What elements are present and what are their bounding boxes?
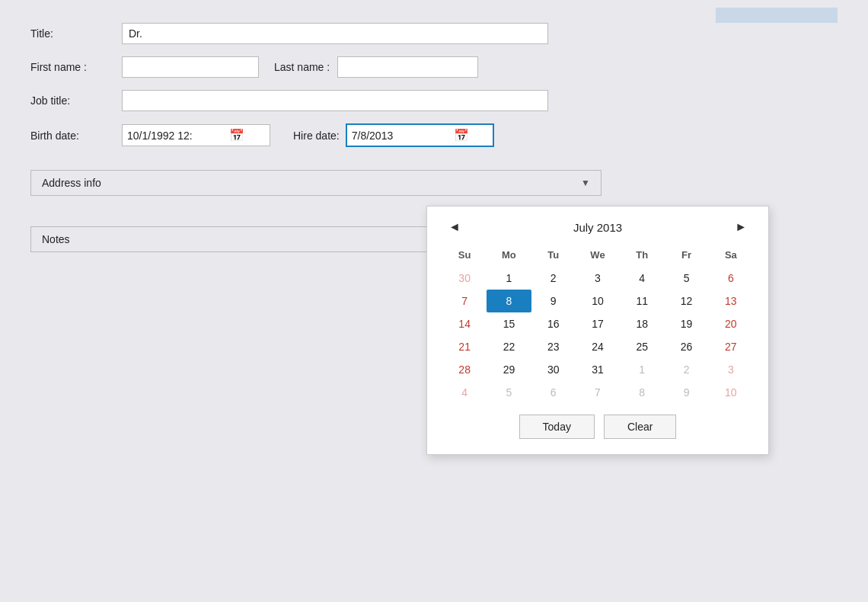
lastname-label: Last name : — [274, 61, 330, 73]
calendar-day[interactable]: 8 — [620, 381, 664, 404]
firstname-label: First name : — [30, 61, 122, 73]
calendar-week-row: 30123456 — [442, 267, 753, 290]
calendar-week-row: 28293031123 — [442, 358, 753, 381]
calendar-day[interactable]: 4 — [442, 381, 487, 404]
title-row: Title: — [30, 23, 838, 44]
calendar-week-row: 78910111213 — [442, 290, 753, 312]
calendar-day[interactable]: 15 — [487, 312, 531, 335]
birthdate-field[interactable]: 📅 — [122, 124, 270, 146]
calendar-day[interactable]: 7 — [442, 290, 487, 312]
day-header-th: Th — [620, 246, 664, 267]
hiredate-calendar-icon[interactable]: 📅 — [454, 128, 469, 142]
calendar-day[interactable]: 31 — [576, 358, 620, 381]
calendar-day[interactable]: 21 — [442, 335, 487, 358]
jobtitle-input[interactable] — [122, 90, 548, 111]
calendar-day[interactable]: 2 — [531, 267, 576, 290]
calendar-day[interactable]: 20 — [709, 312, 753, 335]
name-row: First name : Last name : — [30, 56, 838, 78]
lastname-input[interactable] — [337, 56, 478, 78]
form-area: Title: First name : Last name : Job titl… — [30, 23, 838, 147]
jobtitle-row: Job title: — [30, 90, 838, 111]
notes-section-label: Notes — [42, 233, 70, 245]
calendar-day[interactable]: 26 — [664, 335, 708, 358]
calendar-header: ◄ July 2013 ► — [442, 219, 753, 235]
calendar-day[interactable]: 5 — [664, 267, 708, 290]
hiredate-input[interactable] — [352, 130, 451, 142]
calendar-day[interactable]: 30 — [442, 267, 487, 290]
day-header-su: Su — [442, 246, 487, 267]
calendar-day[interactable]: 17 — [576, 312, 620, 335]
day-header-fr: Fr — [664, 246, 708, 267]
day-header-tu: Tu — [531, 246, 576, 267]
calendar-day[interactable]: 14 — [442, 312, 487, 335]
calendar-week-row: 21222324252627 — [442, 335, 753, 358]
calendar-day[interactable]: 22 — [487, 335, 531, 358]
calendar-day[interactable]: 16 — [531, 312, 576, 335]
calendar-week-row: 14151617181920 — [442, 312, 753, 335]
calendar-day[interactable]: 9 — [664, 381, 708, 404]
calendar-day[interactable]: 27 — [709, 335, 753, 358]
birthdate-label: Birth date: — [30, 130, 122, 142]
calendar-day[interactable]: 10 — [709, 381, 753, 404]
address-chevron-icon: ▼ — [581, 178, 590, 188]
calendar-day[interactable]: 13 — [709, 290, 753, 312]
hiredate-section: Hire date: 📅 — [293, 123, 494, 147]
calendar-day[interactable]: 1 — [487, 267, 531, 290]
calendar-day[interactable]: 3 — [576, 267, 620, 290]
calendar-popup: ◄ July 2013 ► Su Mo Tu We Th Fr Sa 30123… — [426, 206, 769, 455]
calendar-day[interactable]: 29 — [487, 358, 531, 381]
main-container: Title: First name : Last name : Job titl… — [0, 0, 868, 602]
calendar-day[interactable]: 1 — [620, 358, 664, 381]
calendar-day[interactable]: 12 — [664, 290, 708, 312]
month-year-label: July 2013 — [573, 221, 622, 234]
calendar-day[interactable]: 18 — [620, 312, 664, 335]
jobtitle-label: Job title: — [30, 94, 122, 107]
calendar-day[interactable]: 11 — [620, 290, 664, 312]
calendar-footer: Today Clear — [442, 415, 753, 439]
calendar-day[interactable]: 7 — [576, 381, 620, 404]
calendar-day[interactable]: 10 — [576, 290, 620, 312]
date-row: Birth date: 📅 Hire date: 📅 — [30, 123, 838, 147]
calendar-grid: Su Mo Tu We Th Fr Sa 3012345678910111213… — [442, 246, 753, 404]
prev-month-button[interactable]: ◄ — [442, 219, 467, 235]
calendar-day[interactable]: 24 — [576, 335, 620, 358]
calendar-day[interactable]: 25 — [620, 335, 664, 358]
calendar-week-row: 45678910 — [442, 381, 753, 404]
address-section-header[interactable]: Address info ▼ — [30, 170, 602, 196]
address-section-label: Address info — [42, 177, 101, 189]
birthdate-input[interactable] — [127, 130, 226, 142]
title-label: Title: — [30, 27, 122, 40]
title-input[interactable] — [122, 23, 548, 44]
calendar-day[interactable]: 23 — [531, 335, 576, 358]
calendar-day[interactable]: 28 — [442, 358, 487, 381]
calendar-day[interactable]: 5 — [487, 381, 531, 404]
calendar-day[interactable]: 9 — [531, 290, 576, 312]
calendar-day[interactable]: 2 — [664, 358, 708, 381]
calendar-day[interactable]: 30 — [531, 358, 576, 381]
next-month-button[interactable]: ► — [729, 219, 753, 235]
calendar-day[interactable]: 6 — [531, 381, 576, 404]
today-button[interactable]: Today — [519, 415, 595, 439]
calendar-day[interactable]: 8 — [487, 290, 531, 312]
day-header-mo: Mo — [487, 246, 531, 267]
birthdate-calendar-icon[interactable]: 📅 — [229, 128, 244, 142]
day-header-we: We — [576, 246, 620, 267]
day-header-sa: Sa — [709, 246, 753, 267]
hiredate-field[interactable]: 📅 — [346, 123, 494, 147]
hiredate-label: Hire date: — [293, 130, 340, 142]
clear-button[interactable]: Clear — [604, 415, 676, 439]
calendar-day[interactable]: 19 — [664, 312, 708, 335]
calendar-days-header: Su Mo Tu We Th Fr Sa — [442, 246, 753, 267]
calendar-day[interactable]: 6 — [709, 267, 753, 290]
calendar-day[interactable]: 3 — [709, 358, 753, 381]
calendar-day[interactable]: 4 — [620, 267, 664, 290]
firstname-input[interactable] — [122, 56, 259, 78]
